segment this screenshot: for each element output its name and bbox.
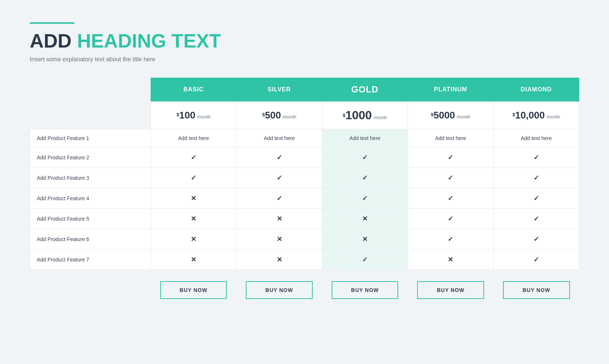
plan-header-diamond: DIAMOND	[493, 78, 579, 102]
checkmark-icon: ✓	[534, 215, 539, 222]
plan-header-gold: GOLD	[322, 78, 407, 102]
feature-cell-6-3: ✕	[322, 229, 407, 250]
per-month-basic: /month	[197, 114, 211, 120]
feature-cell-2-2: ✓	[236, 147, 322, 168]
feature-cell-2-5: ✓	[493, 147, 579, 168]
feature-name-1: Add Product Feature 1	[30, 129, 151, 147]
cross-icon: ✕	[191, 195, 196, 202]
feature-cell-2-4: ✓	[408, 147, 493, 168]
feature-cell-3-3: ✓	[322, 168, 407, 188]
feature-cell-1-5: Add text here	[493, 129, 579, 147]
feature-cell-3-4: ✓	[408, 168, 493, 188]
cross-icon: ✕	[362, 235, 368, 243]
checkmark-icon: ✓	[534, 195, 539, 202]
feature-name-7: Add Product Feature 7	[30, 250, 151, 270]
feature-cell-6-4: ✓	[408, 229, 493, 250]
amount-silver: 500	[265, 110, 281, 121]
heading-colored-text: HEADING TEXT	[77, 30, 221, 52]
price-platinum: $5000 /month	[408, 102, 493, 129]
per-month-diamond: /month	[547, 114, 560, 120]
feature-cell-5-5: ✓	[493, 209, 579, 229]
feature-row-1: Add Product Feature 1Add text hereAdd te…	[30, 129, 579, 147]
feature-cell-4-5: ✓	[493, 188, 579, 209]
checkmark-icon: ✓	[534, 154, 539, 161]
feature-cell-5-3: ✕	[322, 209, 407, 229]
feature-cell-1-1: Add text here	[151, 129, 236, 147]
plan-header-platinum: PLATINUM	[408, 78, 493, 102]
buy-button-silver[interactable]: BUY NOW	[246, 281, 313, 299]
dollar-sign: $	[512, 112, 515, 117]
feature-row-4: Add Product Feature 4✕✓✓✓✓	[30, 188, 579, 209]
feature-row-6: Add Product Feature 6✕✕✕✓✓	[30, 229, 579, 250]
checkmark-icon: ✓	[448, 154, 453, 161]
cross-icon: ✕	[277, 215, 282, 222]
feature-cell-4-2: ✓	[236, 188, 322, 209]
feature-cell-6-2: ✕	[236, 229, 322, 250]
amount-gold: 1000	[345, 108, 372, 122]
checkmark-icon: ✓	[277, 154, 282, 161]
plan-header-basic: BASIC	[151, 78, 236, 102]
cross-icon: ✕	[448, 256, 453, 263]
header-empty-cell	[30, 78, 151, 102]
checkmark-icon: ✓	[534, 235, 539, 243]
cross-icon: ✕	[277, 235, 282, 243]
subheading-text: Insert some explanatory text about the t…	[30, 56, 579, 63]
feature-row-7: Add Product Feature 7✕✕✓✕✓	[30, 250, 579, 270]
checkmark-icon: ✓	[534, 256, 539, 263]
feature-cell-7-3: ✓	[322, 250, 407, 270]
feature-name-4: Add Product Feature 4	[30, 188, 151, 209]
checkmark-icon: ✓	[277, 195, 282, 202]
feature-name-5: Add Product Feature 5	[30, 209, 151, 229]
main-heading: ADD HEADING TEXT	[30, 30, 579, 52]
feature-row-3: Add Product Feature 3✓✓✓✓✓	[30, 168, 579, 188]
checkmark-icon: ✓	[362, 195, 368, 202]
price-gold: $1000 /month	[322, 102, 407, 129]
per-month-silver: /month	[283, 114, 296, 120]
buy-button-gold[interactable]: BUY NOW	[332, 281, 399, 299]
buy-button-platinum[interactable]: BUY NOW	[417, 281, 484, 299]
checkmark-icon: ✓	[448, 174, 453, 182]
dollar-sign: $	[343, 113, 345, 118]
feature-name-2: Add Product Feature 2	[30, 147, 151, 168]
feature-cell-6-1: ✕	[151, 229, 236, 250]
feature-cell-3-1: ✓	[151, 168, 236, 188]
feature-cell-5-2: ✕	[236, 209, 322, 229]
feature-cell-7-1: ✕	[151, 250, 236, 270]
feature-cell-7-5: ✓	[493, 250, 579, 270]
buy-button-basic[interactable]: BUY NOW	[160, 281, 227, 299]
checkmark-icon: ✓	[277, 174, 282, 182]
price-silver: $500 /month	[236, 102, 322, 129]
feature-cell-3-5: ✓	[493, 168, 579, 188]
feature-cell-1-2: Add text here	[236, 129, 322, 147]
checkmark-icon: ✓	[362, 256, 368, 263]
feature-cell-4-3: ✓	[322, 188, 407, 209]
header-section: ADD HEADING TEXT Insert some explanatory…	[30, 22, 579, 63]
dollar-sign: $	[431, 112, 434, 117]
heading-black-text: ADD	[30, 30, 72, 52]
feature-name-3: Add Product Feature 3	[30, 168, 151, 188]
feature-row-5: Add Product Feature 5✕✕✕✓✓	[30, 209, 579, 229]
feature-cell-4-4: ✓	[408, 188, 493, 209]
feature-cell-3-2: ✓	[236, 168, 322, 188]
cross-icon: ✕	[191, 235, 196, 243]
feature-row-2: Add Product Feature 2✓✓✓✓✓	[30, 147, 579, 168]
price-row: $100 /month $500 /month $1000 /month $50…	[30, 102, 579, 129]
checkmark-icon: ✓	[448, 215, 453, 222]
checkmark-icon: ✓	[448, 195, 453, 202]
feature-cell-6-5: ✓	[493, 229, 579, 250]
feature-cell-7-2: ✕	[236, 250, 322, 270]
feature-cell-4-1: ✕	[151, 188, 236, 209]
pricing-table: BASIC SILVER GOLD PLATINUM DIAMOND $100 …	[30, 78, 579, 270]
checkmark-icon: ✓	[362, 174, 368, 182]
cross-icon: ✕	[191, 256, 196, 263]
dollar-sign: $	[177, 112, 179, 117]
per-month-gold: /month	[374, 115, 387, 120]
plan-header-row: BASIC SILVER GOLD PLATINUM DIAMOND	[30, 78, 579, 102]
buy-buttons-row: BUY NOW BUY NOW BUY NOW BUY NOW BUY NOW	[30, 281, 579, 299]
price-empty-cell	[30, 102, 151, 129]
feature-cell-2-3: ✓	[322, 147, 407, 168]
cross-icon: ✕	[277, 256, 282, 263]
buy-button-diamond[interactable]: BUY NOW	[503, 281, 570, 299]
checkmark-icon: ✓	[191, 154, 196, 161]
amount-basic: 100	[179, 110, 195, 121]
